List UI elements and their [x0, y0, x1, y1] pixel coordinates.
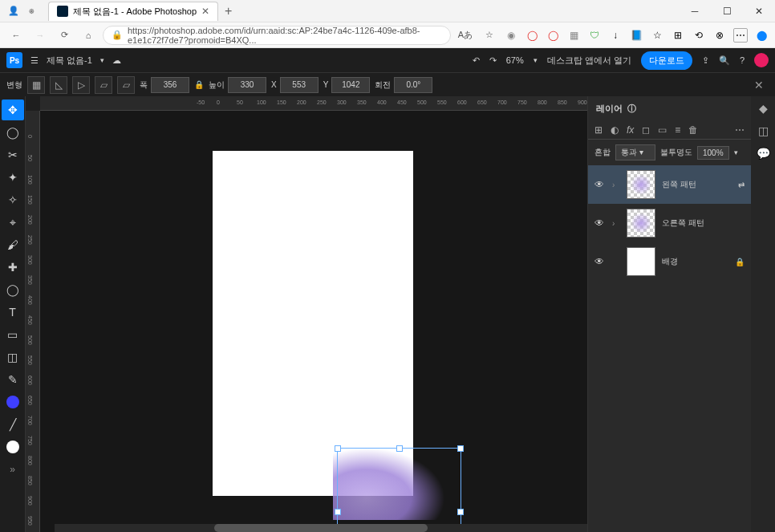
ext-icon-9[interactable]: ⊞ — [671, 28, 685, 43]
zoom-chevron-icon[interactable]: ▾ — [534, 56, 538, 64]
ext-icon-4[interactable]: ▦ — [566, 28, 581, 43]
layer-row[interactable]: 👁 배경 🔒 — [588, 242, 751, 281]
handle-mid-right[interactable] — [457, 509, 464, 515]
brush-tool[interactable]: 🖌 — [2, 234, 24, 255]
y-input[interactable] — [331, 77, 370, 93]
link-icon[interactable]: 🔒 — [194, 80, 204, 89]
width-input[interactable] — [151, 77, 189, 93]
crop-tool[interactable]: ✧ — [2, 189, 24, 210]
skew-icon-2[interactable]: ▷ — [72, 76, 90, 94]
lock-icon[interactable]: 🔒 — [735, 258, 745, 266]
handle-mid-left[interactable] — [335, 509, 341, 515]
open-desktop-label[interactable]: 데스크탑 앱에서 열기 — [547, 55, 631, 67]
new-tab-button[interactable]: + — [218, 4, 238, 18]
expand-icon[interactable]: › — [612, 219, 620, 228]
ext-icon-3[interactable]: ◯ — [546, 28, 560, 43]
tab-close-icon[interactable]: ✕ — [201, 6, 209, 17]
lasso-tool[interactable]: ✂ — [2, 144, 24, 165]
skew-icon-3[interactable]: ▱ — [95, 76, 112, 94]
browser-tab[interactable]: 제목 없음-1 - Adobe Photoshop ✕ — [48, 2, 218, 21]
opacity-input[interactable] — [697, 146, 729, 160]
adjustment-icon[interactable]: ◐ — [611, 124, 619, 136]
bg-color[interactable] — [2, 437, 24, 457]
chevron-down-icon[interactable]: ▾ — [100, 56, 104, 64]
type-tool[interactable]: T — [2, 302, 24, 323]
cube-icon[interactable]: ⎈ — [29, 6, 40, 17]
ext-icon-12[interactable]: ⋯ — [733, 28, 748, 43]
horizontal-scrollbar[interactable] — [55, 524, 587, 532]
url-input[interactable]: 🔒 https://photoshop.adobe.com/id/urn:aai… — [103, 26, 451, 45]
ext-icon-7[interactable]: 📘 — [629, 28, 643, 43]
ext-icon-6[interactable]: ↓ — [608, 28, 623, 43]
redo-icon[interactable]: ↷ — [489, 55, 497, 66]
x-input[interactable] — [280, 77, 319, 93]
gradient-tool[interactable]: ◫ — [2, 347, 24, 368]
toolbar-expand[interactable]: » — [10, 464, 15, 475]
ext-icon-13[interactable]: ⬤ — [754, 28, 769, 43]
zoom-level[interactable]: 67% — [506, 55, 524, 65]
ext-icon-1[interactable]: ◉ — [504, 28, 518, 43]
help-icon[interactable]: ? — [740, 55, 745, 65]
info-icon[interactable]: ⓘ — [627, 103, 636, 115]
more-icon[interactable]: ⋯ — [735, 124, 745, 136]
home-button[interactable]: ⌂ — [79, 26, 98, 45]
rail-comment-icon[interactable]: 💬 — [756, 146, 770, 160]
rail-adjust-icon[interactable]: ◫ — [756, 124, 770, 138]
transform-bounding-box[interactable] — [337, 448, 461, 532]
fx-icon[interactable]: fx — [627, 124, 634, 136]
group-icon[interactable]: ▭ — [658, 124, 667, 136]
layer-thumbnail[interactable] — [627, 209, 655, 238]
add-layer-icon[interactable]: ⊞ — [594, 124, 603, 136]
handle-top-right[interactable] — [457, 445, 464, 452]
height-input[interactable] — [228, 77, 266, 93]
minimize-button[interactable]: ─ — [679, 0, 711, 22]
layer-row[interactable]: 👁 › 오른쪽 패턴 — [588, 204, 751, 242]
horizontal-ruler[interactable]: -500501001502002503003504004505005506006… — [40, 96, 587, 111]
rail-layers-icon[interactable]: ◆ — [756, 101, 770, 116]
options-close-icon[interactable]: ✕ — [749, 79, 769, 91]
ext-icon-11[interactable]: ⊗ — [712, 28, 727, 43]
canvas-viewport[interactable] — [40, 111, 587, 532]
avatar-icon[interactable] — [754, 53, 769, 67]
share-icon[interactable]: ⇪ — [702, 55, 709, 66]
ellipse-tool[interactable]: ◯ — [2, 279, 24, 300]
reader-icon[interactable]: Aあ — [456, 26, 475, 45]
layer-row[interactable]: 👁 › 왼쪽 패턴 ⇄ — [588, 165, 751, 204]
document-title[interactable]: 제목 없음-1 — [47, 55, 92, 67]
expand-icon[interactable]: › — [612, 181, 620, 189]
move-tool[interactable]: ✥ — [2, 99, 24, 120]
download-button[interactable]: 다운로드 — [641, 51, 692, 70]
opacity-chevron-icon[interactable]: ▾ — [734, 148, 738, 156]
line-tool[interactable]: ╱ — [2, 414, 24, 435]
layer-thumbnail[interactable] — [627, 170, 655, 199]
trash-icon[interactable]: 🗑 — [688, 124, 698, 136]
spot-heal-tool[interactable]: ✚ — [2, 257, 24, 278]
rotation-input[interactable] — [394, 77, 432, 93]
ext-icon-10[interactable]: ⟲ — [692, 28, 706, 43]
favorite-icon[interactable]: ☆ — [480, 26, 499, 45]
blend-mode-select[interactable]: 통과 ▾ — [615, 144, 655, 160]
skew-icon-1[interactable]: ◺ — [50, 76, 67, 94]
fg-color[interactable] — [2, 392, 24, 412]
layers-panel-header[interactable]: 레이어 ⓘ — [588, 96, 751, 121]
skew-icon-4[interactable]: ▱ — [117, 76, 135, 94]
maximize-button[interactable]: ☐ — [711, 0, 743, 22]
pen-tool[interactable]: ✎ — [2, 369, 24, 390]
ext-icon-2[interactable]: ◯ — [525, 28, 539, 43]
profile-icon[interactable]: 👤 — [8, 6, 19, 17]
marquee-tool[interactable]: ◯ — [2, 122, 24, 143]
shape-tool[interactable]: ▭ — [2, 324, 24, 345]
visibility-icon[interactable]: 👁 — [594, 179, 606, 190]
close-button[interactable]: ✕ — [743, 0, 775, 22]
handle-top-left[interactable] — [335, 445, 341, 452]
eyedropper-tool[interactable]: ⌖ — [2, 212, 24, 233]
hamburger-icon[interactable]: ☰ — [30, 55, 39, 66]
ref-point-button[interactable]: ▦ — [27, 76, 45, 94]
cloud-icon[interactable]: ☁ — [112, 55, 121, 66]
visibility-icon[interactable]: 👁 — [594, 256, 606, 267]
refresh-button[interactable]: ⟳ — [55, 26, 74, 45]
search-icon[interactable]: 🔍 — [719, 55, 730, 66]
wand-tool[interactable]: ✦ — [2, 167, 24, 188]
visibility-icon[interactable]: 👁 — [594, 217, 606, 229]
handle-top-mid[interactable] — [396, 445, 403, 452]
